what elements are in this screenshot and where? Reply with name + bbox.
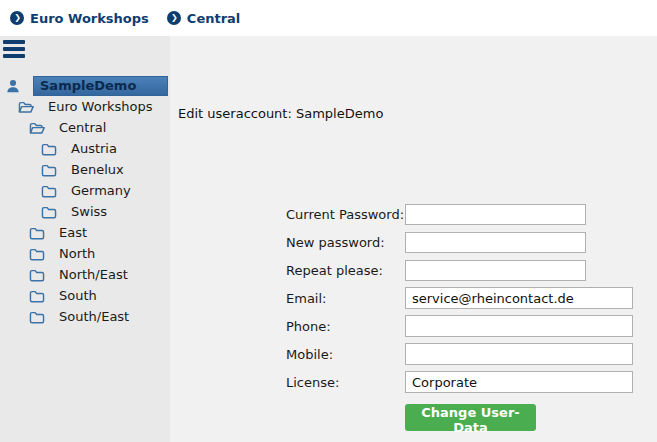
current-password-field[interactable]: [405, 204, 586, 225]
tree-item-label: Benelux: [71, 162, 124, 177]
main-content: Edit useraccount: SampleDemo Current Pas…: [170, 36, 657, 442]
folder-closed-icon: [40, 162, 58, 178]
form-row-email: Email:: [286, 284, 633, 312]
tree-item-label: Germany: [71, 183, 131, 198]
tree-item-austria[interactable]: Austria: [0, 138, 170, 159]
user-icon: [4, 78, 22, 94]
license-label: License:: [286, 375, 405, 390]
tree-item-benelux[interactable]: Benelux: [0, 159, 170, 180]
page-title: Edit useraccount: SampleDemo: [178, 106, 383, 121]
tree-item-north[interactable]: North: [0, 243, 170, 264]
folder-closed-icon: [28, 267, 46, 283]
folder-closed-icon: [40, 204, 58, 220]
tree-item-label: South/East: [59, 309, 129, 324]
form-row-repeat-password: Repeat please:: [286, 256, 633, 284]
form-row-new-password: New password:: [286, 228, 633, 256]
license-field[interactable]: [405, 371, 633, 393]
mobile-label: Mobile:: [286, 347, 405, 362]
new-password-field[interactable]: [405, 232, 586, 253]
tree-item-euro-workshops[interactable]: Euro Workshops: [0, 96, 170, 117]
hamburger-icon[interactable]: [3, 40, 27, 58]
folder-closed-icon: [40, 183, 58, 199]
repeat-password-field[interactable]: [405, 260, 586, 281]
current-password-label: Current Password:: [286, 207, 405, 222]
phone-field[interactable]: [405, 315, 633, 337]
mobile-field[interactable]: [405, 343, 633, 365]
folder-open-icon: [17, 99, 35, 115]
tree-item-north-east[interactable]: North/East: [0, 264, 170, 285]
org-tree: SampleDemo Euro Workshops Central Austri…: [0, 75, 170, 327]
tree-item-south[interactable]: South: [0, 285, 170, 306]
tree-item-label: Euro Workshops: [48, 99, 153, 114]
tree-item-label: East: [59, 225, 87, 240]
folder-closed-icon: [28, 288, 46, 304]
arrow-right-circle-icon: ❯: [10, 11, 24, 25]
sidebar: SampleDemo Euro Workshops Central Austri…: [0, 36, 170, 442]
repeat-password-label: Repeat please:: [286, 263, 405, 278]
email-field[interactable]: [405, 287, 633, 309]
folder-open-icon: [28, 120, 46, 136]
breadcrumb-label: Euro Workshops: [30, 11, 149, 26]
email-label: Email:: [286, 291, 405, 306]
tree-item-sampledemo[interactable]: SampleDemo: [0, 75, 170, 96]
breadcrumb-label: Central: [187, 11, 240, 26]
tree-item-swiss[interactable]: Swiss: [0, 201, 170, 222]
breadcrumb-euro-workshops[interactable]: ❯ Euro Workshops: [10, 11, 149, 26]
app-window: ❯ Euro Workshops ❯ Central SampleDemo Eu…: [0, 0, 657, 442]
change-user-data-button[interactable]: Change User-Data: [405, 404, 536, 431]
user-account-form: Current Password: New password: Repeat p…: [286, 200, 633, 435]
folder-closed-icon: [40, 141, 58, 157]
tree-item-label: Central: [59, 120, 106, 135]
tree-item-label: SampleDemo: [33, 76, 168, 96]
tree-item-central[interactable]: Central: [0, 117, 170, 138]
form-row-current-password: Current Password:: [286, 200, 633, 228]
phone-label: Phone:: [286, 319, 405, 334]
form-row-mobile: Mobile:: [286, 340, 633, 368]
breadcrumb-central[interactable]: ❯ Central: [167, 11, 240, 26]
folder-closed-icon: [28, 309, 46, 325]
tree-item-germany[interactable]: Germany: [0, 180, 170, 201]
form-row-phone: Phone:: [286, 312, 633, 340]
tree-item-label: North/East: [59, 267, 128, 282]
tree-item-label: South: [59, 288, 97, 303]
tree-item-label: Swiss: [71, 204, 107, 219]
arrow-right-circle-icon: ❯: [167, 11, 181, 25]
form-row-license: License:: [286, 368, 633, 396]
breadcrumb: ❯ Euro Workshops ❯ Central: [0, 0, 657, 36]
tree-item-label: North: [59, 246, 95, 261]
folder-closed-icon: [28, 246, 46, 262]
tree-item-label: Austria: [71, 141, 117, 156]
folder-closed-icon: [28, 225, 46, 241]
new-password-label: New password:: [286, 235, 405, 250]
tree-item-east[interactable]: East: [0, 222, 170, 243]
tree-item-south-east[interactable]: South/East: [0, 306, 170, 327]
